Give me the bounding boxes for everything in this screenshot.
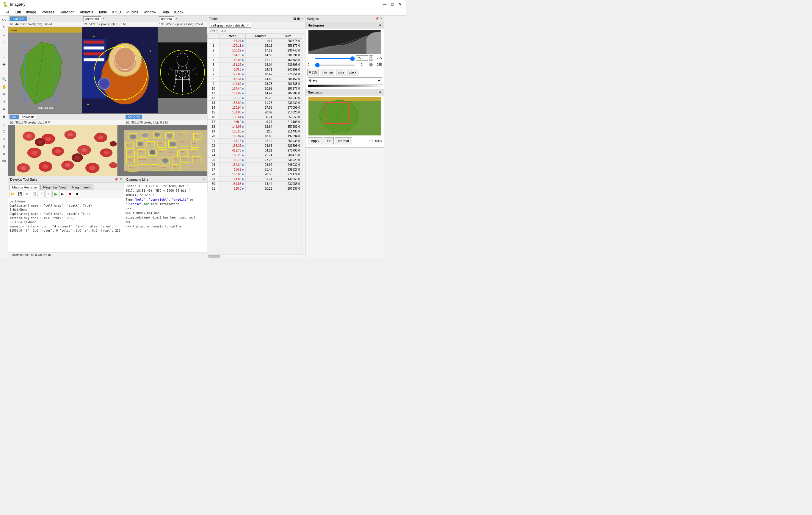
widgets-pin-icon[interactable]: 📌 [375, 17, 379, 21]
camera-canvas[interactable] [158, 27, 207, 114]
dev-pin-icon[interactable]: 📌 [114, 178, 118, 181]
camera-tab[interactable]: camera [159, 17, 174, 21]
menu-process[interactable]: Process [39, 9, 57, 15]
table-row: 17159.99.77210105.0 [207, 120, 302, 125]
dev-paste-btn[interactable]: 📄 [38, 191, 45, 197]
btn-fit[interactable]: Fit [324, 137, 334, 144]
tool-close[interactable]: ✕ ≡ [1, 16, 8, 23]
hist-max-down[interactable]: ▼ [369, 58, 373, 61]
close-button[interactable]: ✕ [397, 1, 404, 7]
hist-low-up[interactable]: ▲ [369, 62, 373, 64]
tool-stack[interactable]: ▤ [1, 143, 8, 150]
hist-low-input[interactable]: 0 [356, 62, 368, 67]
astronaut-tab[interactable]: astronaut [83, 17, 101, 21]
btn-minmax[interactable]: min-max [320, 69, 335, 76]
tool-text[interactable]: A [1, 105, 8, 112]
cellgray-tab[interactable]: cell-gray [125, 115, 142, 119]
dev-delete-btn[interactable]: ✕ [45, 191, 52, 197]
cmd-content[interactable]: Python 3.6.3 (v3.6.3:2c5fed8, Oct 3 2017… [124, 183, 207, 252]
leaf-canvas[interactable]: 1.6 mm [8, 27, 82, 114]
tool-pointer[interactable]: ↖ [1, 24, 8, 31]
astronaut-canvas[interactable] [82, 27, 157, 114]
maximize-button[interactable]: □ [389, 1, 396, 7]
menu-table[interactable]: Table [96, 9, 110, 15]
table-data-container[interactable]: Mean Standard Sum 0157.2714.7280878.0117… [207, 34, 302, 254]
btn-stack[interactable]: stack [347, 69, 358, 76]
tool-line[interactable]: / [1, 38, 8, 46]
menu-ibook[interactable]: IBook [172, 9, 186, 15]
hist-range-input-2[interactable] [315, 64, 355, 66]
menu-plugins[interactable]: Plugins [124, 9, 140, 15]
tool-pencil[interactable]: ✏ [1, 90, 8, 98]
tables-undock-icon[interactable]: ⊟ [293, 17, 296, 21]
btn-normal[interactable]: Normal [335, 137, 352, 144]
dev-open-btn[interactable]: 📂 [9, 191, 16, 197]
menu-window[interactable]: Window [141, 9, 158, 15]
minimize-button[interactable]: — [381, 1, 388, 7]
hist-slider-1[interactable] [315, 57, 355, 60]
cellgray-canvas[interactable]: id=1 id=2 id=3 id=4 id=5 [124, 125, 207, 176]
cell-canvas[interactable] [8, 125, 124, 176]
tool-wand[interactable]: ⌇ [1, 68, 8, 75]
dev-stop-btn[interactable]: ⏹ [67, 191, 73, 197]
dev-save-btn[interactable]: 💾 [17, 191, 23, 197]
tool-pan[interactable]: ✋ [1, 83, 8, 90]
tables-float-icon[interactable]: ⊞ [297, 17, 300, 21]
dev-cut-btn[interactable]: ✂ [24, 191, 30, 197]
macros-recorder-tab[interactable]: Macros Recorder [9, 185, 40, 190]
menu-edit[interactable]: Edit [12, 9, 23, 15]
hist-slider-2[interactable] [315, 63, 355, 66]
btn-slice[interactable]: slice [336, 69, 346, 76]
menu-file[interactable]: File [1, 9, 11, 15]
menu-selection[interactable]: Selection [57, 9, 77, 15]
tool-settings[interactable]: ⚙ [1, 150, 8, 157]
tool-heart[interactable]: ♡ [1, 53, 8, 60]
tool-script[interactable]: ⌨ [1, 158, 8, 165]
menu-image[interactable]: Image [24, 9, 38, 15]
tables-close-icon[interactable]: ✕ [301, 17, 303, 20]
cell-tab[interactable]: cell [9, 115, 19, 119]
tool-grid[interactable]: ▦ [1, 113, 8, 120]
leaf-tab[interactable]: Leaf 36K [9, 17, 27, 21]
hist-max-up[interactable]: ▲ [369, 55, 373, 58]
hist-low-down[interactable]: ▼ [369, 64, 373, 67]
hist-max-input[interactable]: 255 [356, 55, 368, 61]
menu-kit3d[interactable]: Kit3D [110, 9, 123, 15]
menu-help[interactable]: Help [159, 9, 171, 15]
svg-point-73 [89, 166, 95, 170]
plugin-list-tab[interactable]: Plugin List View [40, 185, 69, 190]
tool-lasso[interactable]: ⌬ [1, 135, 8, 142]
dev-close-icon[interactable]: ✕ [120, 178, 122, 181]
tool-ellipse[interactable]: ⬭ [1, 31, 8, 38]
navigator-header[interactable]: Navigator ▼ [306, 89, 384, 96]
leaf-close[interactable]: ✕ [28, 17, 30, 20]
tool-zoom[interactable]: 🔍 [1, 76, 8, 83]
hist-range-input-1[interactable] [315, 58, 355, 59]
table-hscrollbar[interactable] [207, 254, 305, 258]
tool-dropper[interactable]: ⚗ [1, 98, 8, 105]
widgets-close-icon[interactable]: ✕ [380, 17, 382, 20]
tool-poly[interactable]: ⬡ [1, 128, 8, 135]
dev-step-btn[interactable]: ⏭ [59, 191, 66, 197]
cmd-line-4: Type "help", "copyright", "credits" or [125, 197, 206, 202]
tool-curve[interactable]: ⌒ [1, 46, 8, 53]
cellmsk-tab[interactable]: cell-msk [20, 115, 36, 119]
tool-measure[interactable]: ◫ [1, 120, 8, 128]
tables-tab-close[interactable]: ✕ [246, 24, 249, 27]
cmd-close[interactable]: ✕ [203, 178, 205, 181]
plugin-tree-tab[interactable]: Plugin Tree \ [69, 185, 93, 190]
tables-active-tab[interactable]: cell-gray-region statistic ✕ [209, 23, 251, 28]
histogram-header[interactable]: Histogram ▼ [306, 22, 384, 29]
dev-pause-btn[interactable]: ⏸ [74, 191, 80, 197]
menu-analysis[interactable]: Analysis [77, 9, 95, 15]
dev-run-btn[interactable]: ▶ [52, 191, 59, 197]
btn-apply[interactable]: Apply [308, 137, 323, 144]
astronaut-close[interactable]: ✕ [102, 17, 105, 20]
camera-close[interactable]: ✕ [175, 17, 178, 20]
colormap-select[interactable]: Grays Hot Jet [308, 77, 382, 83]
navigator-canvas[interactable] [307, 97, 383, 135]
btn-0255[interactable]: 0-255 [307, 69, 319, 76]
table-scrollbar[interactable] [302, 34, 305, 254]
tool-move[interactable]: ✚ [1, 61, 8, 68]
dev-copy-btn[interactable]: 📋 [31, 191, 37, 197]
